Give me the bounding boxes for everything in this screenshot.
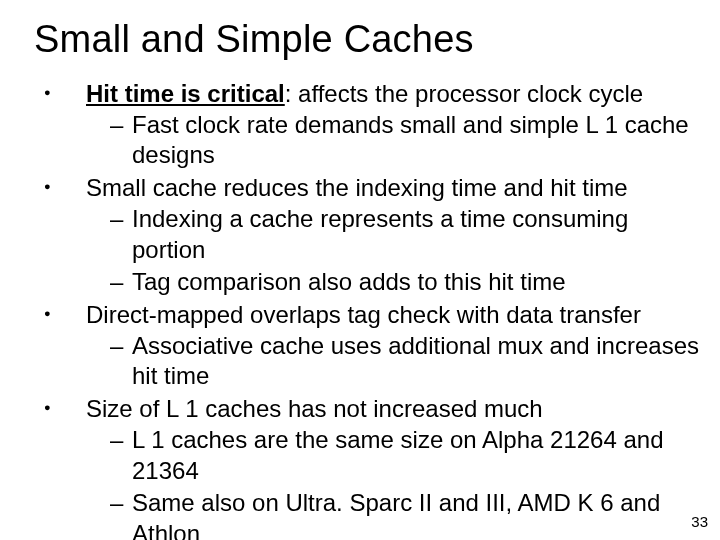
- sub-list: Indexing a cache represents a time consu…: [86, 204, 700, 298]
- sub-bullet-item: Fast clock rate demands small and simple…: [110, 110, 700, 171]
- sub-bullet-item: Associative cache uses additional mux an…: [110, 331, 700, 392]
- bullet-list: Hit time is critical: affects the proces…: [34, 79, 700, 540]
- sub-bullet-item: Tag comparison also adds to this hit tim…: [110, 267, 700, 298]
- bullet-text: : affects the processor clock cycle: [285, 80, 643, 107]
- bullet-text: Hit time is critical: [86, 80, 285, 107]
- bullet-item: Size of L 1 caches has not increased muc…: [62, 394, 700, 540]
- page-number: 33: [691, 513, 708, 530]
- bullet-item: Hit time is critical: affects the proces…: [62, 79, 700, 171]
- bullet-text: Size of L 1 caches has not increased muc…: [86, 395, 543, 422]
- bullet-item: Small cache reduces the indexing time an…: [62, 173, 700, 298]
- slide: Small and Simple Caches Hit time is crit…: [0, 0, 720, 540]
- sub-list: L 1 caches are the same size on Alpha 21…: [86, 425, 700, 540]
- sub-list: Fast clock rate demands small and simple…: [86, 110, 700, 171]
- sub-bullet-item: Same also on Ultra. Sparc II and III, AM…: [110, 488, 700, 540]
- bullet-text: Small cache reduces the indexing time an…: [86, 174, 628, 201]
- slide-title: Small and Simple Caches: [34, 18, 700, 61]
- sub-bullet-item: L 1 caches are the same size on Alpha 21…: [110, 425, 700, 486]
- sub-list: Associative cache uses additional mux an…: [86, 331, 700, 392]
- sub-bullet-item: Indexing a cache represents a time consu…: [110, 204, 700, 265]
- bullet-item: Direct-mapped overlaps tag check with da…: [62, 300, 700, 392]
- bullet-text: Direct-mapped overlaps tag check with da…: [86, 301, 641, 328]
